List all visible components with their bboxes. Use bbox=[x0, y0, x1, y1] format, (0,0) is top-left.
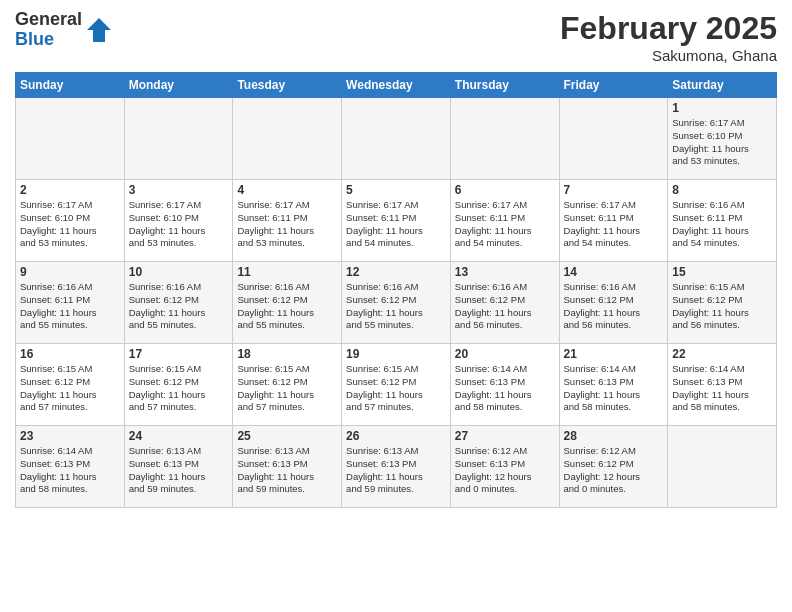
day-cell bbox=[342, 98, 451, 180]
day-info: Sunrise: 6:16 AM Sunset: 6:12 PM Dayligh… bbox=[129, 281, 229, 332]
day-info: Sunrise: 6:16 AM Sunset: 6:12 PM Dayligh… bbox=[346, 281, 446, 332]
day-info: Sunrise: 6:17 AM Sunset: 6:11 PM Dayligh… bbox=[237, 199, 337, 250]
day-cell: 27Sunrise: 6:12 AM Sunset: 6:13 PM Dayli… bbox=[450, 426, 559, 508]
day-info: Sunrise: 6:17 AM Sunset: 6:11 PM Dayligh… bbox=[564, 199, 664, 250]
day-info: Sunrise: 6:17 AM Sunset: 6:11 PM Dayligh… bbox=[455, 199, 555, 250]
day-cell: 8Sunrise: 6:16 AM Sunset: 6:11 PM Daylig… bbox=[668, 180, 777, 262]
day-number: 10 bbox=[129, 265, 229, 279]
day-number: 2 bbox=[20, 183, 120, 197]
day-info: Sunrise: 6:15 AM Sunset: 6:12 PM Dayligh… bbox=[20, 363, 120, 414]
day-info: Sunrise: 6:16 AM Sunset: 6:12 PM Dayligh… bbox=[564, 281, 664, 332]
day-info: Sunrise: 6:17 AM Sunset: 6:10 PM Dayligh… bbox=[20, 199, 120, 250]
day-number: 3 bbox=[129, 183, 229, 197]
day-cell bbox=[559, 98, 668, 180]
day-number: 8 bbox=[672, 183, 772, 197]
day-cell: 1Sunrise: 6:17 AM Sunset: 6:10 PM Daylig… bbox=[668, 98, 777, 180]
logo: General Blue bbox=[15, 10, 113, 50]
day-cell: 14Sunrise: 6:16 AM Sunset: 6:12 PM Dayli… bbox=[559, 262, 668, 344]
day-cell: 5Sunrise: 6:17 AM Sunset: 6:11 PM Daylig… bbox=[342, 180, 451, 262]
svg-marker-0 bbox=[87, 18, 111, 42]
day-number: 28 bbox=[564, 429, 664, 443]
day-cell: 17Sunrise: 6:15 AM Sunset: 6:12 PM Dayli… bbox=[124, 344, 233, 426]
day-info: Sunrise: 6:12 AM Sunset: 6:13 PM Dayligh… bbox=[455, 445, 555, 496]
day-info: Sunrise: 6:16 AM Sunset: 6:11 PM Dayligh… bbox=[20, 281, 120, 332]
day-number: 23 bbox=[20, 429, 120, 443]
day-cell: 22Sunrise: 6:14 AM Sunset: 6:13 PM Dayli… bbox=[668, 344, 777, 426]
calendar-header: SundayMondayTuesdayWednesdayThursdayFrid… bbox=[16, 73, 777, 98]
day-number: 26 bbox=[346, 429, 446, 443]
day-number: 12 bbox=[346, 265, 446, 279]
day-header-tuesday: Tuesday bbox=[233, 73, 342, 98]
day-cell: 20Sunrise: 6:14 AM Sunset: 6:13 PM Dayli… bbox=[450, 344, 559, 426]
week-row-5: 23Sunrise: 6:14 AM Sunset: 6:13 PM Dayli… bbox=[16, 426, 777, 508]
day-info: Sunrise: 6:17 AM Sunset: 6:10 PM Dayligh… bbox=[672, 117, 772, 168]
day-cell: 11Sunrise: 6:16 AM Sunset: 6:12 PM Dayli… bbox=[233, 262, 342, 344]
day-number: 7 bbox=[564, 183, 664, 197]
day-number: 27 bbox=[455, 429, 555, 443]
day-number: 4 bbox=[237, 183, 337, 197]
day-cell: 23Sunrise: 6:14 AM Sunset: 6:13 PM Dayli… bbox=[16, 426, 125, 508]
day-info: Sunrise: 6:15 AM Sunset: 6:12 PM Dayligh… bbox=[129, 363, 229, 414]
day-info: Sunrise: 6:16 AM Sunset: 6:12 PM Dayligh… bbox=[237, 281, 337, 332]
day-info: Sunrise: 6:14 AM Sunset: 6:13 PM Dayligh… bbox=[672, 363, 772, 414]
day-header-wednesday: Wednesday bbox=[342, 73, 451, 98]
day-number: 15 bbox=[672, 265, 772, 279]
day-number: 1 bbox=[672, 101, 772, 115]
day-header-thursday: Thursday bbox=[450, 73, 559, 98]
location-subtitle: Sakumona, Ghana bbox=[560, 47, 777, 64]
day-cell: 15Sunrise: 6:15 AM Sunset: 6:12 PM Dayli… bbox=[668, 262, 777, 344]
day-cell bbox=[124, 98, 233, 180]
day-number: 21 bbox=[564, 347, 664, 361]
day-number: 18 bbox=[237, 347, 337, 361]
day-number: 11 bbox=[237, 265, 337, 279]
day-header-saturday: Saturday bbox=[668, 73, 777, 98]
day-number: 17 bbox=[129, 347, 229, 361]
day-info: Sunrise: 6:13 AM Sunset: 6:13 PM Dayligh… bbox=[129, 445, 229, 496]
day-info: Sunrise: 6:15 AM Sunset: 6:12 PM Dayligh… bbox=[672, 281, 772, 332]
week-row-3: 9Sunrise: 6:16 AM Sunset: 6:11 PM Daylig… bbox=[16, 262, 777, 344]
day-cell: 7Sunrise: 6:17 AM Sunset: 6:11 PM Daylig… bbox=[559, 180, 668, 262]
day-info: Sunrise: 6:15 AM Sunset: 6:12 PM Dayligh… bbox=[346, 363, 446, 414]
logo-blue: Blue bbox=[15, 30, 82, 50]
day-number: 22 bbox=[672, 347, 772, 361]
day-number: 9 bbox=[20, 265, 120, 279]
day-header-monday: Monday bbox=[124, 73, 233, 98]
day-info: Sunrise: 6:17 AM Sunset: 6:10 PM Dayligh… bbox=[129, 199, 229, 250]
day-number: 6 bbox=[455, 183, 555, 197]
week-row-2: 2Sunrise: 6:17 AM Sunset: 6:10 PM Daylig… bbox=[16, 180, 777, 262]
day-cell: 6Sunrise: 6:17 AM Sunset: 6:11 PM Daylig… bbox=[450, 180, 559, 262]
day-cell: 28Sunrise: 6:12 AM Sunset: 6:12 PM Dayli… bbox=[559, 426, 668, 508]
day-cell: 3Sunrise: 6:17 AM Sunset: 6:10 PM Daylig… bbox=[124, 180, 233, 262]
day-number: 19 bbox=[346, 347, 446, 361]
days-header-row: SundayMondayTuesdayWednesdayThursdayFrid… bbox=[16, 73, 777, 98]
day-number: 20 bbox=[455, 347, 555, 361]
calendar-page: General Blue February 2025 Sakumona, Gha… bbox=[0, 0, 792, 612]
day-cell: 19Sunrise: 6:15 AM Sunset: 6:12 PM Dayli… bbox=[342, 344, 451, 426]
week-row-4: 16Sunrise: 6:15 AM Sunset: 6:12 PM Dayli… bbox=[16, 344, 777, 426]
day-cell: 24Sunrise: 6:13 AM Sunset: 6:13 PM Dayli… bbox=[124, 426, 233, 508]
day-number: 16 bbox=[20, 347, 120, 361]
day-header-sunday: Sunday bbox=[16, 73, 125, 98]
day-number: 5 bbox=[346, 183, 446, 197]
header: General Blue February 2025 Sakumona, Gha… bbox=[15, 10, 777, 64]
day-cell: 26Sunrise: 6:13 AM Sunset: 6:13 PM Dayli… bbox=[342, 426, 451, 508]
day-info: Sunrise: 6:17 AM Sunset: 6:11 PM Dayligh… bbox=[346, 199, 446, 250]
day-cell: 12Sunrise: 6:16 AM Sunset: 6:12 PM Dayli… bbox=[342, 262, 451, 344]
day-number: 25 bbox=[237, 429, 337, 443]
day-number: 24 bbox=[129, 429, 229, 443]
day-cell bbox=[233, 98, 342, 180]
logo-icon bbox=[85, 16, 113, 44]
day-cell: 10Sunrise: 6:16 AM Sunset: 6:12 PM Dayli… bbox=[124, 262, 233, 344]
day-info: Sunrise: 6:14 AM Sunset: 6:13 PM Dayligh… bbox=[564, 363, 664, 414]
logo-general: General bbox=[15, 10, 82, 30]
day-info: Sunrise: 6:13 AM Sunset: 6:13 PM Dayligh… bbox=[346, 445, 446, 496]
day-cell bbox=[450, 98, 559, 180]
day-info: Sunrise: 6:16 AM Sunset: 6:11 PM Dayligh… bbox=[672, 199, 772, 250]
day-info: Sunrise: 6:14 AM Sunset: 6:13 PM Dayligh… bbox=[455, 363, 555, 414]
month-title: February 2025 bbox=[560, 10, 777, 47]
day-cell: 16Sunrise: 6:15 AM Sunset: 6:12 PM Dayli… bbox=[16, 344, 125, 426]
day-cell bbox=[668, 426, 777, 508]
logo-text: General Blue bbox=[15, 10, 82, 50]
calendar-table: SundayMondayTuesdayWednesdayThursdayFrid… bbox=[15, 72, 777, 508]
day-info: Sunrise: 6:14 AM Sunset: 6:13 PM Dayligh… bbox=[20, 445, 120, 496]
